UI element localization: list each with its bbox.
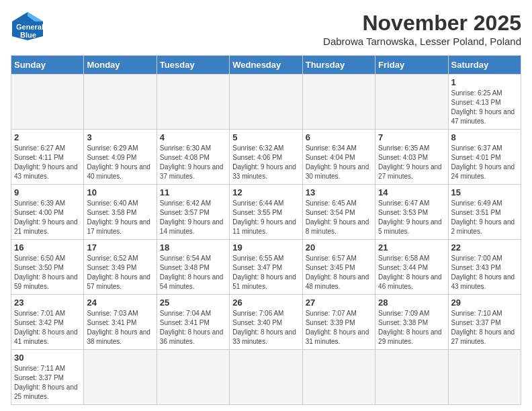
calendar-week-row: 30Sunrise: 7:11 AM Sunset: 3:37 PM Dayli… xyxy=(11,350,521,405)
weekday-header-saturday: Saturday xyxy=(448,56,521,75)
svg-text:Blue: Blue xyxy=(20,31,36,39)
calendar-day-cell xyxy=(375,75,448,130)
day-number: 14 xyxy=(378,187,445,197)
calendar-day-cell: 15Sunrise: 6:49 AM Sunset: 3:51 PM Dayli… xyxy=(448,185,521,240)
day-number: 13 xyxy=(306,187,372,197)
day-info: Sunrise: 7:00 AM Sunset: 3:43 PM Dayligh… xyxy=(451,254,518,291)
day-info: Sunrise: 6:42 AM Sunset: 3:57 PM Dayligh… xyxy=(160,199,226,236)
svg-text:General: General xyxy=(16,23,44,31)
day-number: 24 xyxy=(87,298,153,308)
calendar-day-cell xyxy=(302,350,375,405)
calendar-day-cell: 20Sunrise: 6:57 AM Sunset: 3:45 PM Dayli… xyxy=(302,240,375,295)
day-info: Sunrise: 7:01 AM Sunset: 3:42 PM Dayligh… xyxy=(14,309,81,347)
day-info: Sunrise: 7:04 AM Sunset: 3:41 PM Dayligh… xyxy=(160,309,226,347)
day-number: 29 xyxy=(451,298,518,308)
calendar-day-cell: 4Sunrise: 6:30 AM Sunset: 4:08 PM Daylig… xyxy=(157,130,229,185)
day-number: 21 xyxy=(378,242,445,253)
calendar-day-cell: 23Sunrise: 7:01 AM Sunset: 3:42 PM Dayli… xyxy=(11,295,84,350)
day-number: 22 xyxy=(451,242,518,253)
day-info: Sunrise: 6:29 AM Sunset: 4:09 PM Dayligh… xyxy=(87,144,153,181)
day-info: Sunrise: 6:57 AM Sunset: 3:45 PM Dayligh… xyxy=(306,254,372,291)
day-number: 5 xyxy=(232,132,299,142)
day-info: Sunrise: 6:40 AM Sunset: 3:58 PM Dayligh… xyxy=(87,199,153,236)
day-number: 19 xyxy=(232,242,299,253)
calendar-day-cell: 18Sunrise: 6:54 AM Sunset: 3:48 PM Dayli… xyxy=(157,240,229,295)
calendar-week-row: 16Sunrise: 6:50 AM Sunset: 3:50 PM Dayli… xyxy=(11,240,521,295)
day-info: Sunrise: 6:44 AM Sunset: 3:55 PM Dayligh… xyxy=(232,199,299,236)
generalblue-logo-icon: General Blue xyxy=(11,11,44,40)
calendar-day-cell xyxy=(11,75,84,130)
day-number: 6 xyxy=(306,132,372,142)
day-number: 27 xyxy=(306,298,372,308)
calendar-day-cell: 14Sunrise: 6:47 AM Sunset: 3:53 PM Dayli… xyxy=(375,185,448,240)
day-number: 23 xyxy=(14,298,81,308)
location-title: Dabrowa Tarnowska, Lesser Poland, Poland xyxy=(323,36,521,47)
calendar-week-row: 1Sunrise: 6:25 AM Sunset: 4:13 PM Daylig… xyxy=(11,75,521,130)
month-title: November 2025 xyxy=(323,11,521,36)
calendar-day-cell: 1Sunrise: 6:25 AM Sunset: 4:13 PM Daylig… xyxy=(448,75,521,130)
weekday-header-wednesday: Wednesday xyxy=(230,56,302,75)
calendar-day-cell: 25Sunrise: 7:04 AM Sunset: 3:41 PM Dayli… xyxy=(157,295,229,350)
day-number: 4 xyxy=(160,132,226,142)
day-info: Sunrise: 6:37 AM Sunset: 4:01 PM Dayligh… xyxy=(451,144,518,181)
weekday-header-thursday: Thursday xyxy=(302,56,375,75)
day-number: 1 xyxy=(451,77,518,87)
calendar-week-row: 9Sunrise: 6:39 AM Sunset: 4:00 PM Daylig… xyxy=(11,185,521,240)
calendar-day-cell: 9Sunrise: 6:39 AM Sunset: 4:00 PM Daylig… xyxy=(11,185,84,240)
day-info: Sunrise: 7:10 AM Sunset: 3:37 PM Dayligh… xyxy=(451,309,518,347)
day-info: Sunrise: 6:47 AM Sunset: 3:53 PM Dayligh… xyxy=(378,199,445,236)
day-number: 11 xyxy=(160,187,226,197)
calendar-week-row: 23Sunrise: 7:01 AM Sunset: 3:42 PM Dayli… xyxy=(11,295,521,350)
day-number: 17 xyxy=(87,242,153,253)
calendar-day-cell: 16Sunrise: 6:50 AM Sunset: 3:50 PM Dayli… xyxy=(11,240,84,295)
weekday-header-row: SundayMondayTuesdayWednesdayThursdayFrid… xyxy=(11,56,521,75)
day-info: Sunrise: 6:52 AM Sunset: 3:49 PM Dayligh… xyxy=(87,254,153,291)
day-number: 16 xyxy=(14,242,81,253)
calendar-day-cell: 7Sunrise: 6:35 AM Sunset: 4:03 PM Daylig… xyxy=(375,130,448,185)
day-info: Sunrise: 6:34 AM Sunset: 4:04 PM Dayligh… xyxy=(306,144,372,181)
day-info: Sunrise: 6:35 AM Sunset: 4:03 PM Dayligh… xyxy=(378,144,445,181)
calendar-day-cell xyxy=(302,75,375,130)
calendar-day-cell xyxy=(230,350,302,405)
calendar-day-cell: 3Sunrise: 6:29 AM Sunset: 4:09 PM Daylig… xyxy=(84,130,157,185)
day-number: 30 xyxy=(14,353,81,363)
calendar-day-cell xyxy=(448,350,521,405)
calendar-day-cell: 28Sunrise: 7:09 AM Sunset: 3:38 PM Dayli… xyxy=(375,295,448,350)
day-info: Sunrise: 6:32 AM Sunset: 4:06 PM Dayligh… xyxy=(232,144,299,181)
calendar: SundayMondayTuesdayWednesdayThursdayFrid… xyxy=(11,55,521,405)
day-number: 7 xyxy=(378,132,445,142)
weekday-header-sunday: Sunday xyxy=(11,56,84,75)
day-info: Sunrise: 6:27 AM Sunset: 4:11 PM Dayligh… xyxy=(14,144,81,181)
day-number: 9 xyxy=(14,187,81,197)
day-info: Sunrise: 6:58 AM Sunset: 3:44 PM Dayligh… xyxy=(378,254,445,291)
calendar-day-cell xyxy=(375,350,448,405)
calendar-day-cell: 5Sunrise: 6:32 AM Sunset: 4:06 PM Daylig… xyxy=(230,130,302,185)
day-info: Sunrise: 6:55 AM Sunset: 3:47 PM Dayligh… xyxy=(232,254,299,291)
day-info: Sunrise: 6:49 AM Sunset: 3:51 PM Dayligh… xyxy=(451,199,518,236)
calendar-day-cell xyxy=(84,75,157,130)
calendar-day-cell: 21Sunrise: 6:58 AM Sunset: 3:44 PM Dayli… xyxy=(375,240,448,295)
calendar-day-cell: 30Sunrise: 7:11 AM Sunset: 3:37 PM Dayli… xyxy=(11,350,84,405)
day-info: Sunrise: 6:54 AM Sunset: 3:48 PM Dayligh… xyxy=(160,254,226,291)
weekday-header-tuesday: Tuesday xyxy=(157,56,229,75)
day-number: 18 xyxy=(160,242,226,253)
calendar-day-cell: 8Sunrise: 6:37 AM Sunset: 4:01 PM Daylig… xyxy=(448,130,521,185)
day-info: Sunrise: 7:07 AM Sunset: 3:39 PM Dayligh… xyxy=(306,309,372,347)
day-number: 12 xyxy=(232,187,299,197)
calendar-day-cell: 29Sunrise: 7:10 AM Sunset: 3:37 PM Dayli… xyxy=(448,295,521,350)
calendar-day-cell xyxy=(230,75,302,130)
title-area: November 2025 Dabrowa Tarnowska, Lesser … xyxy=(323,11,521,47)
day-number: 26 xyxy=(232,298,299,308)
day-number: 3 xyxy=(87,132,153,142)
day-info: Sunrise: 6:50 AM Sunset: 3:50 PM Dayligh… xyxy=(14,254,81,291)
weekday-header-friday: Friday xyxy=(375,56,448,75)
header: General Blue November 2025 Dabrowa Tarno… xyxy=(11,11,521,47)
day-info: Sunrise: 6:45 AM Sunset: 3:54 PM Dayligh… xyxy=(306,199,372,236)
calendar-day-cell: 22Sunrise: 7:00 AM Sunset: 3:43 PM Dayli… xyxy=(448,240,521,295)
day-info: Sunrise: 7:09 AM Sunset: 3:38 PM Dayligh… xyxy=(378,309,445,347)
calendar-day-cell: 17Sunrise: 6:52 AM Sunset: 3:49 PM Dayli… xyxy=(84,240,157,295)
day-info: Sunrise: 6:25 AM Sunset: 4:13 PM Dayligh… xyxy=(451,89,518,126)
day-number: 20 xyxy=(306,242,372,253)
calendar-day-cell: 6Sunrise: 6:34 AM Sunset: 4:04 PM Daylig… xyxy=(302,130,375,185)
day-info: Sunrise: 7:03 AM Sunset: 3:41 PM Dayligh… xyxy=(87,309,153,347)
